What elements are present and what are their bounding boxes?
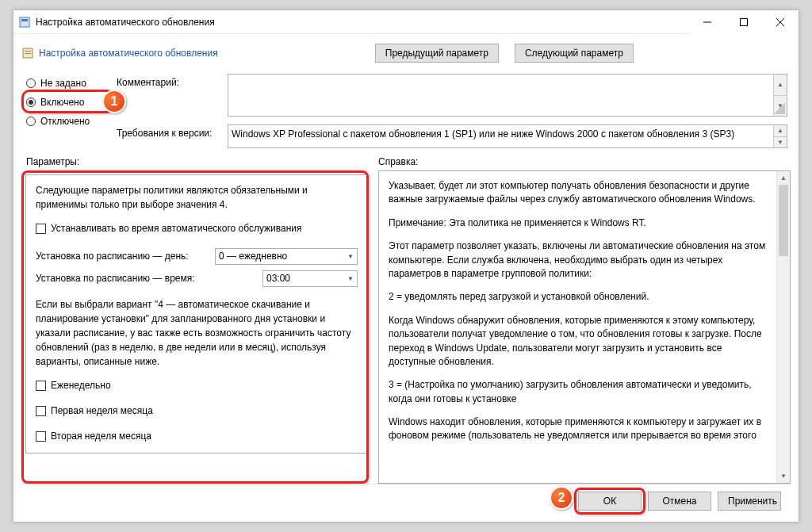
checkbox-icon	[36, 381, 46, 391]
help-text: Указывает, будет ли этот компьютер получ…	[389, 179, 769, 207]
comment-label: Комментарий:	[117, 74, 228, 117]
radio-icon	[26, 78, 36, 88]
help-text: Примечание: Эта политика не применяется …	[389, 216, 769, 230]
install-day-label: Установка по расписанию — день:	[36, 251, 215, 262]
annotation-step-1: 1	[102, 90, 126, 113]
checkbox-second-week[interactable]: Вторая неделя месяца	[36, 427, 358, 445]
requirements-scrollbar[interactable]: ▲▼	[773, 125, 787, 147]
install-time-label: Установка по расписанию — время:	[36, 273, 262, 284]
parameters-panel: Следующие параметры политики являются об…	[25, 174, 368, 454]
radio-enabled[interactable]: Включено 1	[26, 93, 117, 112]
dialog-title: Настройка автоматического обновления	[39, 48, 218, 59]
scrollbar-thumb[interactable]	[779, 185, 788, 256]
svg-rect-0	[20, 17, 29, 27]
chevron-down-icon: ▼	[347, 275, 354, 282]
radio-not-configured[interactable]: Не задано	[26, 74, 117, 93]
svg-rect-1	[21, 19, 28, 21]
svg-rect-8	[25, 53, 31, 54]
scroll-down-icon: ▼	[777, 469, 790, 483]
titlebar: Настройка автоматического обновления	[13, 10, 799, 34]
previous-setting-button[interactable]: Предыдущий параметр	[375, 44, 499, 63]
checkbox-icon	[36, 406, 46, 416]
parameters-highlight: Следующие параметры политики являются об…	[21, 170, 369, 484]
install-day-select[interactable]: 0 — ежедневно▼	[215, 248, 358, 265]
resize-grip-icon	[774, 103, 785, 114]
help-panel: Указывает, будет ли этот компьютер получ…	[378, 170, 791, 484]
checkbox-icon	[36, 431, 46, 442]
cancel-button[interactable]: Отмена	[648, 492, 711, 511]
maximize-button[interactable]	[726, 10, 762, 34]
requirements-label: Требования к версии:	[117, 124, 228, 148]
help-text: 2 = уведомлять перед загрузкой и установ…	[389, 290, 769, 304]
dialog-window: Настройка автоматического обновления Нас…	[13, 10, 799, 522]
minimize-button[interactable]	[689, 10, 726, 34]
svg-rect-3	[741, 18, 748, 25]
radio-icon	[26, 98, 36, 107]
window-title: Настройка автоматического обновления	[36, 17, 689, 28]
help-text: Этот параметр позволяет указать, включен…	[389, 239, 769, 281]
annotation-step-2: 2	[550, 486, 573, 510]
recurrence-text: Если вы выбрали вариант "4 — автоматичес…	[36, 297, 358, 369]
help-text: 3 = (Настройка по умолчанию) загрузить о…	[389, 378, 769, 406]
svg-rect-7	[25, 51, 31, 52]
apply-button[interactable]: Применить	[718, 492, 781, 511]
help-label: Справка:	[378, 156, 791, 167]
checkbox-first-week[interactable]: Первая неделя месяца	[36, 402, 358, 419]
install-time-select[interactable]: 03:00▼	[262, 270, 358, 287]
help-text: Когда Windows обнаружит обновления, кото…	[389, 314, 769, 369]
radio-disabled[interactable]: Отключено	[26, 112, 117, 131]
help-text: Windows находит обновления, которые прим…	[389, 415, 769, 443]
app-icon	[18, 16, 31, 29]
options-intro: Следующие параметры политики являются об…	[36, 183, 358, 212]
comment-textarea[interactable]: ▲▼	[228, 74, 787, 117]
close-button[interactable]	[762, 10, 799, 34]
next-setting-button[interactable]: Следующий параметр	[515, 44, 634, 63]
ok-button[interactable]: ОК	[578, 492, 642, 511]
checkbox-install-during-maintenance[interactable]: Устанавливать во время автоматического о…	[36, 220, 358, 237]
parameters-label: Параметры:	[21, 156, 378, 167]
radio-icon	[26, 117, 36, 126]
requirements-box: Windows XP Professional с пакетом обновл…	[228, 124, 787, 148]
chevron-down-icon: ▼	[347, 253, 354, 260]
header-row: Настройка автоматического обновления Пре…	[13, 34, 799, 69]
checkbox-weekly[interactable]: Еженедельно	[36, 377, 358, 394]
state-radios: Не задано Включено 1 Отключено	[21, 69, 117, 151]
policy-icon	[21, 47, 34, 59]
help-scrollbar[interactable]: ▲ ▼	[776, 171, 790, 483]
dialog-footer: 2 ОК Отмена Применить	[21, 484, 791, 517]
scroll-up-icon: ▲	[777, 171, 790, 185]
checkbox-icon	[36, 224, 46, 234]
